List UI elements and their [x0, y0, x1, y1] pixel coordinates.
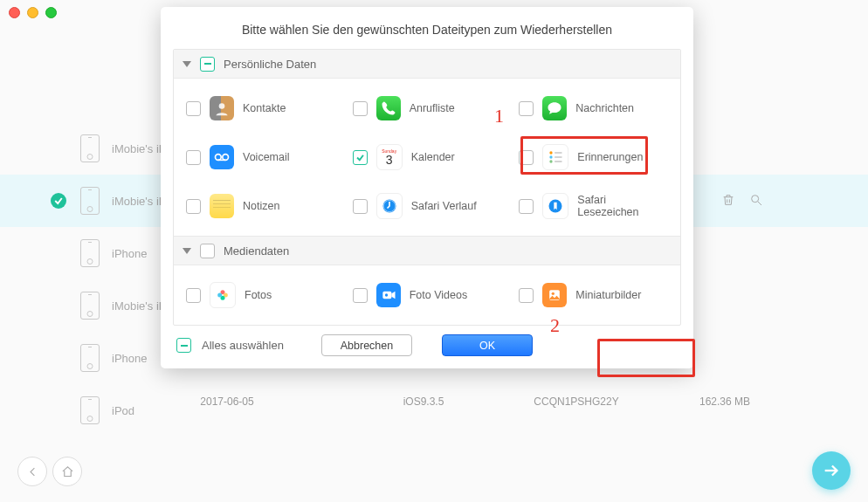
checkbox[interactable] [519, 150, 534, 165]
device-info-row: 2017-06-05 iOS9.3.5 CCQN1PSHG22Y 162.36 … [0, 384, 868, 419]
minimize-icon[interactable] [27, 7, 38, 18]
modal-footer: Alles auswählen Abbrechen OK [161, 326, 693, 356]
modal-title: Bitte wählen Sie den gewünschten Dateity… [161, 7, 693, 49]
safari-bookmark-icon [542, 193, 568, 219]
checkbox[interactable] [186, 150, 201, 165]
info-size: 162.36 MB [655, 395, 795, 408]
voicemail-icon [210, 145, 234, 169]
item-label: Safari Verlauf [411, 200, 477, 212]
item-label: Notizen [243, 200, 279, 212]
item-label: Kalender [411, 151, 455, 163]
svg-point-5 [223, 155, 229, 161]
item-label: Miniaturbilder [575, 289, 641, 301]
item-safari-lesezeichen[interactable]: Safari Lesezeichen [510, 192, 677, 220]
item-anrufliste[interactable]: Anrufliste [344, 94, 511, 122]
section-title: Persönliche Daten [224, 58, 316, 71]
item-label: Erinnerungen [577, 151, 643, 163]
svg-point-24 [552, 292, 555, 295]
notes-icon [210, 194, 234, 218]
thumbnails-icon [542, 283, 567, 307]
home-button[interactable] [52, 457, 82, 486]
svg-point-0 [752, 195, 759, 202]
info-serial: CCQN1PSHG22Y [498, 395, 655, 408]
item-kontakte[interactable]: Kontakte [177, 94, 344, 122]
svg-point-3 [219, 103, 225, 109]
checkbox[interactable] [519, 101, 534, 116]
close-icon[interactable] [9, 7, 20, 18]
svg-point-19 [217, 293, 222, 298]
messages-icon [542, 96, 567, 120]
search-icon[interactable] [749, 193, 763, 210]
checkbox[interactable] [519, 288, 534, 303]
checkbox[interactable] [353, 150, 368, 165]
checkbox[interactable] [353, 101, 368, 116]
contacts-icon [210, 96, 234, 120]
svg-line-1 [758, 202, 761, 205]
ok-button[interactable]: OK [442, 334, 533, 356]
safari-history-icon [376, 193, 403, 219]
phone-icon [80, 187, 100, 215]
checkbox[interactable] [353, 288, 368, 303]
photo-videos-icon [376, 283, 401, 307]
svg-point-9 [550, 160, 553, 162]
checkbox[interactable] [353, 199, 368, 214]
checkbox[interactable] [519, 199, 534, 214]
item-label: Safari Lesezeichen [577, 194, 668, 218]
svg-marker-21 [391, 292, 395, 299]
checkbox[interactable] [186, 199, 201, 214]
zoom-icon[interactable] [45, 7, 57, 18]
next-button[interactable] [812, 451, 851, 490]
trash-icon[interactable] [721, 193, 735, 210]
phone-icon [80, 292, 100, 320]
item-fotos[interactable]: Fotos [177, 281, 344, 309]
item-foto-videos[interactable]: Foto Videos [344, 281, 511, 309]
chevron-down-icon [183, 248, 191, 254]
section-header-media[interactable]: Mediendaten [174, 236, 680, 265]
check-icon [51, 193, 66, 209]
datatype-modal: Bitte wählen Sie den gewünschten Dateity… [161, 7, 693, 368]
section-checkbox[interactable] [200, 57, 215, 72]
section-title: Mediendaten [224, 244, 289, 258]
item-label: Anrufliste [410, 102, 455, 114]
svg-point-22 [384, 293, 387, 296]
calendar-icon: Sunday 3 [376, 144, 403, 170]
phone-icon [80, 239, 100, 267]
checkbox[interactable] [186, 288, 201, 303]
svg-point-7 [550, 151, 553, 154]
info-ios: iOS9.3.5 [349, 395, 498, 408]
personal-grid: Kontakte Anrufliste Nachrichten [174, 79, 680, 236]
reminders-icon [542, 144, 568, 170]
item-kalender[interactable]: Sunday 3 Kalender [344, 143, 511, 171]
phone-icon [80, 344, 100, 372]
item-label: Kontakte [243, 102, 286, 114]
item-label: Voicemail [243, 151, 290, 163]
item-voicemail[interactable]: Voicemail [177, 143, 344, 171]
section-checkbox[interactable] [200, 244, 215, 258]
phone-icon [80, 134, 100, 162]
back-button[interactable] [17, 457, 47, 486]
select-all[interactable]: Alles auswählen [176, 338, 284, 353]
item-nachrichten[interactable]: Nachrichten [510, 94, 677, 122]
select-all-label: Alles auswählen [202, 339, 284, 352]
info-date: 2017-06-05 [105, 395, 349, 408]
item-label: Foto Videos [410, 289, 467, 301]
chevron-down-icon [183, 61, 191, 67]
item-label: Fotos [245, 289, 272, 301]
section-header-personal[interactable]: Persönliche Daten [174, 50, 680, 79]
photos-icon [210, 282, 236, 308]
item-notizen[interactable]: Notizen [177, 192, 344, 220]
item-label: Nachrichten [575, 102, 634, 114]
item-safari-verlauf[interactable]: Safari Verlauf [344, 192, 511, 220]
window-controls[interactable] [9, 7, 57, 18]
item-erinnerungen[interactable]: Erinnerungen [510, 143, 677, 171]
checkbox[interactable] [186, 101, 201, 116]
svg-point-8 [550, 155, 553, 158]
item-miniaturbilder[interactable]: Miniaturbilder [510, 281, 677, 309]
svg-point-4 [216, 155, 222, 161]
media-grid: Fotos Foto Videos Miniaturbilder [174, 265, 680, 325]
checkbox[interactable] [176, 338, 191, 353]
phone-icon [376, 96, 401, 120]
cancel-button[interactable]: Abbrechen [321, 334, 412, 356]
sections-panel: Persönliche Daten Kontakte Anrufliste [173, 49, 681, 326]
